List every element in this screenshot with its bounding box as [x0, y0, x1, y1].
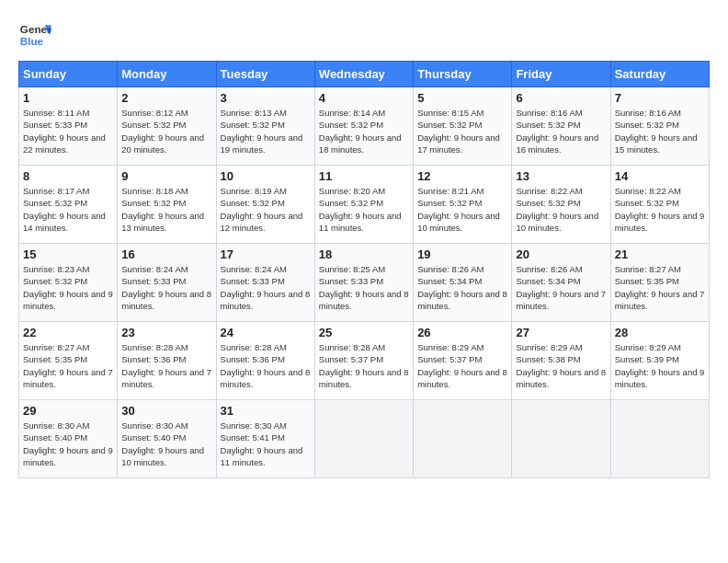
- calendar-cell: 4 Sunrise: 8:14 AMSunset: 5:32 PMDayligh…: [314, 87, 413, 166]
- day-info: Sunrise: 8:22 AMSunset: 5:32 PMDaylight:…: [615, 185, 705, 234]
- calendar-cell: 10 Sunrise: 8:19 AMSunset: 5:32 PMDaylig…: [216, 166, 314, 244]
- weekday-header-sunday: Sunday: [19, 62, 118, 87]
- calendar-table: SundayMondayTuesdayWednesdayThursdayFrid…: [18, 61, 710, 478]
- day-number: 11: [319, 169, 409, 183]
- weekday-header-friday: Friday: [512, 62, 610, 87]
- day-number: 2: [121, 91, 211, 105]
- day-info: Sunrise: 8:29 AMSunset: 5:39 PMDaylight:…: [615, 341, 705, 390]
- day-info: Sunrise: 8:14 AMSunset: 5:32 PMDaylight:…: [319, 107, 409, 155]
- calendar-cell: 31 Sunrise: 8:30 AMSunset: 5:41 PMDaylig…: [216, 400, 314, 478]
- day-number: 17: [221, 247, 311, 261]
- weekday-header-row: SundayMondayTuesdayWednesdayThursdayFrid…: [19, 62, 710, 87]
- calendar-cell: 7 Sunrise: 8:16 AMSunset: 5:32 PMDayligh…: [610, 87, 709, 166]
- day-info: Sunrise: 8:20 AMSunset: 5:32 PMDaylight:…: [319, 185, 409, 234]
- day-number: 20: [516, 247, 606, 261]
- day-number: 27: [516, 326, 606, 339]
- day-number: 28: [615, 326, 705, 339]
- calendar-cell: 9 Sunrise: 8:18 AMSunset: 5:32 PMDayligh…: [118, 166, 216, 244]
- calendar-week-row: 29 Sunrise: 8:30 AMSunset: 5:40 PMDaylig…: [19, 400, 710, 478]
- day-info: Sunrise: 8:17 AMSunset: 5:32 PMDaylight:…: [23, 185, 113, 234]
- calendar-cell: 13 Sunrise: 8:22 AMSunset: 5:32 PMDaylig…: [512, 166, 610, 244]
- day-info: Sunrise: 8:28 AMSunset: 5:37 PMDaylight:…: [319, 341, 409, 390]
- day-number: 5: [417, 91, 507, 105]
- day-number: 21: [615, 247, 705, 261]
- day-info: Sunrise: 8:25 AMSunset: 5:33 PMDaylight:…: [319, 263, 409, 312]
- calendar-cell: 24 Sunrise: 8:28 AMSunset: 5:36 PMDaylig…: [216, 322, 314, 400]
- day-number: 14: [615, 169, 705, 183]
- day-info: Sunrise: 8:30 AMSunset: 5:40 PMDaylight:…: [121, 419, 211, 468]
- day-number: 30: [121, 404, 211, 418]
- day-info: Sunrise: 8:23 AMSunset: 5:32 PMDaylight:…: [23, 263, 113, 312]
- calendar-cell: 19 Sunrise: 8:26 AMSunset: 5:34 PMDaylig…: [414, 244, 512, 322]
- calendar-cell: 28 Sunrise: 8:29 AMSunset: 5:39 PMDaylig…: [610, 322, 709, 400]
- calendar-cell: 1 Sunrise: 8:11 AMSunset: 5:33 PMDayligh…: [19, 87, 118, 166]
- weekday-header-tuesday: Tuesday: [216, 62, 314, 87]
- day-number: 9: [121, 169, 211, 183]
- day-number: 22: [23, 326, 113, 339]
- calendar-cell: 15 Sunrise: 8:23 AMSunset: 5:32 PMDaylig…: [19, 244, 118, 322]
- day-info: Sunrise: 8:30 AMSunset: 5:41 PMDaylight:…: [221, 419, 311, 468]
- day-number: 25: [319, 326, 409, 339]
- calendar-cell: 11 Sunrise: 8:20 AMSunset: 5:32 PMDaylig…: [314, 166, 413, 244]
- day-number: 4: [319, 91, 409, 105]
- calendar-week-row: 1 Sunrise: 8:11 AMSunset: 5:33 PMDayligh…: [19, 87, 710, 166]
- day-number: 29: [23, 404, 113, 418]
- calendar-cell: 5 Sunrise: 8:15 AMSunset: 5:32 PMDayligh…: [414, 87, 512, 166]
- calendar-cell: 17 Sunrise: 8:24 AMSunset: 5:33 PMDaylig…: [216, 244, 314, 322]
- day-number: 6: [516, 91, 606, 105]
- day-number: 23: [121, 326, 211, 339]
- day-number: 12: [417, 169, 507, 183]
- calendar-week-row: 22 Sunrise: 8:27 AMSunset: 5:35 PMDaylig…: [19, 322, 710, 400]
- logo: General Blue: [18, 18, 51, 52]
- calendar-cell: 27 Sunrise: 8:29 AMSunset: 5:38 PMDaylig…: [512, 322, 610, 400]
- calendar-cell: 23 Sunrise: 8:28 AMSunset: 5:36 PMDaylig…: [118, 322, 216, 400]
- calendar-cell: 25 Sunrise: 8:28 AMSunset: 5:37 PMDaylig…: [314, 322, 413, 400]
- day-info: Sunrise: 8:13 AMSunset: 5:32 PMDaylight:…: [221, 107, 311, 155]
- weekday-header-wednesday: Wednesday: [314, 62, 413, 87]
- day-number: 24: [221, 326, 311, 339]
- day-info: Sunrise: 8:12 AMSunset: 5:32 PMDaylight:…: [121, 107, 211, 155]
- calendar-cell: 18 Sunrise: 8:25 AMSunset: 5:33 PMDaylig…: [314, 244, 413, 322]
- calendar-week-row: 15 Sunrise: 8:23 AMSunset: 5:32 PMDaylig…: [19, 244, 710, 322]
- weekday-header-monday: Monday: [118, 62, 216, 87]
- day-info: Sunrise: 8:21 AMSunset: 5:32 PMDaylight:…: [417, 185, 507, 234]
- day-info: Sunrise: 8:15 AMSunset: 5:32 PMDaylight:…: [417, 107, 507, 155]
- day-info: Sunrise: 8:26 AMSunset: 5:34 PMDaylight:…: [417, 263, 507, 312]
- calendar-cell: 3 Sunrise: 8:13 AMSunset: 5:32 PMDayligh…: [216, 87, 314, 166]
- calendar-cell: 22 Sunrise: 8:27 AMSunset: 5:35 PMDaylig…: [19, 322, 118, 400]
- day-number: 15: [23, 247, 113, 261]
- day-number: 19: [417, 247, 507, 261]
- weekday-header-saturday: Saturday: [610, 62, 709, 87]
- day-info: Sunrise: 8:27 AMSunset: 5:35 PMDaylight:…: [23, 341, 113, 390]
- day-info: Sunrise: 8:30 AMSunset: 5:40 PMDaylight:…: [23, 419, 113, 468]
- calendar-cell: 30 Sunrise: 8:30 AMSunset: 5:40 PMDaylig…: [118, 400, 216, 478]
- day-number: 10: [221, 169, 311, 183]
- day-info: Sunrise: 8:16 AMSunset: 5:32 PMDaylight:…: [516, 107, 606, 155]
- calendar-cell: 20 Sunrise: 8:26 AMSunset: 5:34 PMDaylig…: [512, 244, 610, 322]
- day-info: Sunrise: 8:24 AMSunset: 5:33 PMDaylight:…: [121, 263, 211, 312]
- day-number: 16: [121, 247, 211, 261]
- calendar-cell: 6 Sunrise: 8:16 AMSunset: 5:32 PMDayligh…: [512, 87, 610, 166]
- calendar-cell: 2 Sunrise: 8:12 AMSunset: 5:32 PMDayligh…: [118, 87, 216, 166]
- calendar-cell: 29 Sunrise: 8:30 AMSunset: 5:40 PMDaylig…: [19, 400, 118, 478]
- day-number: 1: [23, 91, 113, 105]
- day-info: Sunrise: 8:29 AMSunset: 5:37 PMDaylight:…: [417, 341, 507, 390]
- day-info: Sunrise: 8:19 AMSunset: 5:32 PMDaylight:…: [221, 185, 311, 234]
- calendar-cell: 16 Sunrise: 8:24 AMSunset: 5:33 PMDaylig…: [118, 244, 216, 322]
- calendar-cell: 14 Sunrise: 8:22 AMSunset: 5:32 PMDaylig…: [610, 166, 709, 244]
- day-info: Sunrise: 8:28 AMSunset: 5:36 PMDaylight:…: [221, 341, 311, 390]
- day-number: 8: [23, 169, 113, 183]
- page-header: General Blue: [18, 18, 710, 52]
- day-info: Sunrise: 8:22 AMSunset: 5:32 PMDaylight:…: [516, 185, 606, 234]
- weekday-header-thursday: Thursday: [414, 62, 512, 87]
- day-number: 7: [615, 91, 705, 105]
- calendar-cell: 21 Sunrise: 8:27 AMSunset: 5:35 PMDaylig…: [610, 244, 709, 322]
- day-info: Sunrise: 8:26 AMSunset: 5:34 PMDaylight:…: [516, 263, 606, 312]
- day-number: 31: [221, 404, 311, 418]
- calendar-cell: [610, 400, 709, 478]
- calendar-cell: 8 Sunrise: 8:17 AMSunset: 5:32 PMDayligh…: [19, 166, 118, 244]
- day-number: 18: [319, 247, 409, 261]
- calendar-week-row: 8 Sunrise: 8:17 AMSunset: 5:32 PMDayligh…: [19, 166, 710, 244]
- calendar-cell: [414, 400, 512, 478]
- day-info: Sunrise: 8:11 AMSunset: 5:33 PMDaylight:…: [23, 107, 113, 155]
